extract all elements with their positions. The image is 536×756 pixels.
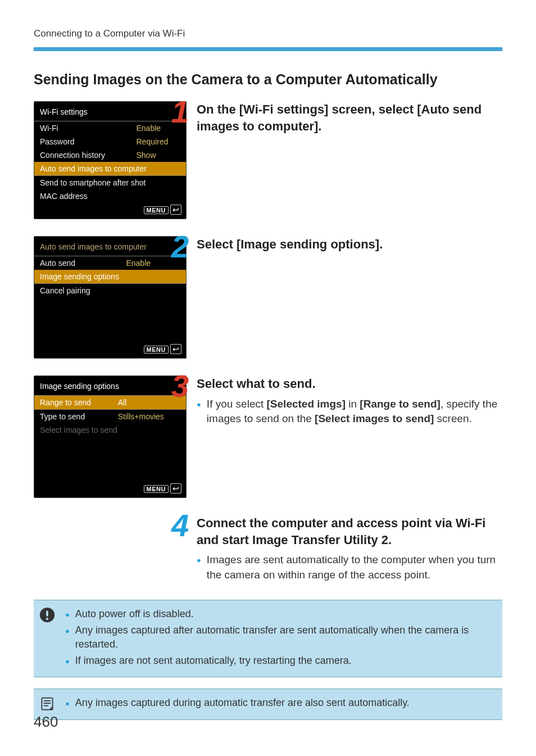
back-icon: ↩ bbox=[170, 205, 181, 215]
step-3-bullet: If you select [Selected imgs] in [Range … bbox=[197, 397, 502, 427]
lcd2-row-cancel: Cancel pairing bbox=[34, 284, 186, 298]
warning-box: Auto power off is disabled. Any images c… bbox=[34, 600, 502, 678]
step-3-head: Select what to send. bbox=[197, 375, 502, 392]
step-3-row: Image sending options Range to sendAll T… bbox=[34, 375, 502, 498]
lcd2-row-autosend: Auto sendEnable bbox=[34, 256, 186, 270]
step-number-1: 1 bbox=[171, 93, 187, 130]
lcd-image-options: Image sending options Range to sendAll T… bbox=[34, 375, 187, 498]
step-number-4: 4 bbox=[171, 507, 187, 544]
warning-icon bbox=[39, 607, 55, 623]
lcd2-title: Auto send images to computer bbox=[34, 237, 186, 256]
back-icon: ↩ bbox=[170, 483, 181, 494]
warn-bullet-3: If images are not sent automatically, tr… bbox=[65, 654, 494, 668]
step-4-bullet: Images are sent automatically to the com… bbox=[197, 553, 502, 582]
lcd1-row-autosend: Auto send images to computer bbox=[34, 162, 186, 176]
lcd3-row-select: Select images to send bbox=[34, 423, 186, 437]
lcd-auto-send: Auto send images to computer Auto sendEn… bbox=[34, 236, 187, 359]
step-2-head: Select [Image sending options]. bbox=[197, 236, 502, 253]
section-title: Sending Images on the Camera to a Comput… bbox=[34, 71, 502, 88]
note-box: Any images captured during automatic tra… bbox=[34, 689, 502, 719]
header-rule bbox=[34, 47, 502, 51]
lcd3-footer: MENU↩ bbox=[34, 482, 186, 497]
lcd1-footer: MENU↩ bbox=[34, 203, 186, 219]
lcd3-title: Image sending options bbox=[34, 376, 186, 395]
menu-badge: MENU bbox=[144, 346, 169, 354]
svg-point-2 bbox=[46, 617, 48, 619]
note-bullet-1: Any images captured during automatic tra… bbox=[65, 696, 494, 710]
step-4-row: 4 Connect the computer and access point … bbox=[34, 515, 502, 583]
lcd1-row-history: Connection historyShow bbox=[34, 148, 186, 162]
step-2-row: Auto send images to computer Auto sendEn… bbox=[34, 236, 502, 359]
warn-bullet-1: Auto power off is disabled. bbox=[65, 607, 494, 621]
note-icon bbox=[39, 696, 55, 712]
lcd2-row-options: Image sending options bbox=[34, 270, 186, 284]
lcd1-row-smartphone: Send to smartphone after shot bbox=[34, 176, 186, 190]
step-4-head: Connect the computer and access point vi… bbox=[197, 515, 502, 548]
lcd1-row-wifi: Wi-FiEnable bbox=[34, 121, 186, 135]
warn-bullet-2: Any images captured after automatic tran… bbox=[65, 623, 494, 651]
lcd3-row-type: Type to sendStills+movies bbox=[34, 410, 186, 424]
step-number-2: 2 bbox=[171, 228, 187, 265]
lcd1-row-mac: MAC address bbox=[34, 189, 186, 203]
lcd3-row-range: Range to sendAll bbox=[34, 396, 186, 410]
step-number-3: 3 bbox=[171, 368, 187, 404]
lcd1-row-password: PasswordRequired bbox=[34, 135, 186, 148]
svg-marker-7 bbox=[49, 707, 52, 710]
menu-badge: MENU bbox=[144, 485, 169, 493]
lcd2-footer: MENU↩ bbox=[34, 342, 186, 358]
lcd-wifi-settings: Wi-Fi settings Wi-FiEnable PasswordRequi… bbox=[34, 101, 187, 219]
svg-rect-1 bbox=[46, 610, 48, 617]
running-head: Connecting to a Computer via Wi-Fi bbox=[34, 28, 502, 47]
menu-badge: MENU bbox=[144, 206, 169, 214]
page-number: 460 bbox=[34, 713, 58, 731]
lcd1-title: Wi-Fi settings bbox=[34, 102, 186, 121]
step-1-head: On the [Wi-Fi settings] screen, select [… bbox=[197, 101, 502, 134]
back-icon: ↩ bbox=[170, 344, 181, 354]
step-1-row: Wi-Fi settings Wi-FiEnable PasswordRequi… bbox=[34, 101, 502, 219]
